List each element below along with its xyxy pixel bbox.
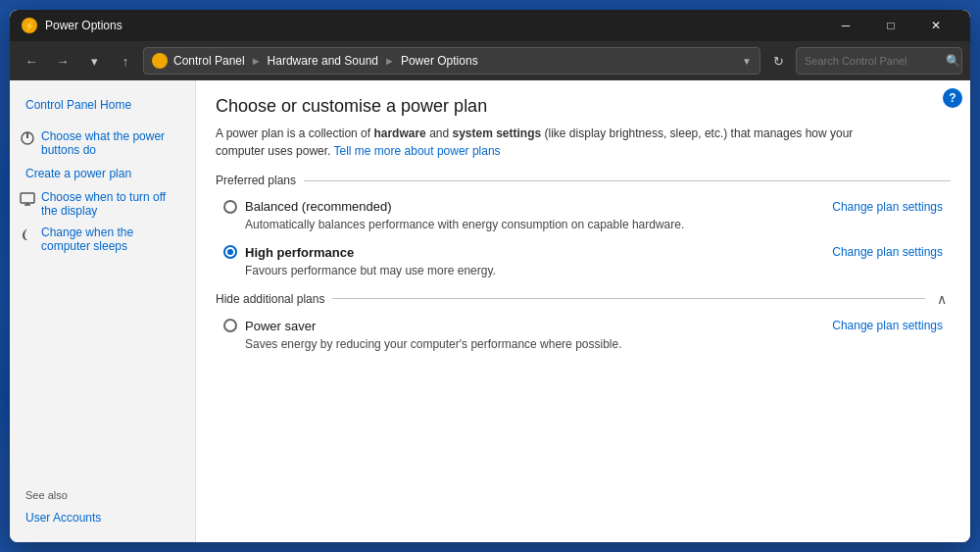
moon-icon: [20, 226, 35, 242]
page-title: Choose or customise a power plan: [216, 96, 951, 117]
sidebar-item-display-label: Choose when to turn off the display: [41, 190, 185, 218]
search-input[interactable]: [805, 55, 940, 67]
balanced-plan-desc: Automatically balances performance with …: [245, 217, 943, 233]
app-icon: ⚡: [22, 18, 37, 33]
learn-more-link[interactable]: Tell me more about power plans: [334, 144, 501, 158]
power-saver-plan-name: Power saver: [245, 319, 316, 333]
sidebar-item-power-buttons[interactable]: Choose what the power buttons do: [10, 125, 195, 161]
hide-additional-divider: [332, 298, 925, 299]
breadcrumb-part2: Hardware and Sound: [268, 54, 378, 68]
sidebar-item-sleep-label: Change when the computer sleeps: [41, 226, 185, 253]
preferred-plans-label: Preferred plans: [216, 174, 296, 187]
preferred-plans-divider: [304, 180, 951, 181]
hide-additional-section: Hide additional plans ∧: [216, 291, 951, 307]
address-dropdown-icon: ▼: [742, 56, 752, 67]
search-icon: 🔍: [946, 54, 960, 68]
power-saver-plan-header: Power saver Change plan settings: [223, 319, 943, 333]
search-box[interactable]: 🔍: [796, 47, 962, 75]
window-controls: ─ □ ✕: [823, 10, 958, 41]
page-description: A power plan is a collection of hardware…: [216, 125, 902, 160]
power-saver-plan-desc: Saves energy by reducing your computer's…: [245, 336, 943, 353]
description-text: A power plan is a collection of hardware…: [216, 126, 853, 158]
up-button[interactable]: ↑: [112, 47, 139, 75]
high-performance-plan-name: High performance: [245, 245, 354, 260]
sidebar-home-link[interactable]: Control Panel Home: [10, 92, 195, 118]
help-icon[interactable]: ?: [943, 88, 962, 108]
balanced-radio[interactable]: [223, 200, 237, 214]
high-performance-radio[interactable]: [223, 245, 237, 259]
balanced-plan-name: Balanced (recommended): [245, 199, 392, 214]
power-saver-plan: Power saver Change plan settings Saves e…: [216, 319, 951, 353]
recent-button[interactable]: ▾: [80, 47, 108, 75]
back-button[interactable]: ←: [18, 47, 45, 75]
addressbar: ← → ▾ ↑ Control Panel ► Hardware and Sou…: [10, 41, 970, 80]
sidebar: Control Panel Home Choose what the power…: [10, 80, 196, 542]
power-icon: [20, 130, 35, 146]
sidebar-item-create-plan[interactable]: Create a power plan: [10, 161, 195, 186]
forward-button[interactable]: →: [49, 47, 76, 75]
close-button[interactable]: ✕: [913, 10, 958, 41]
breadcrumb-part3: Power Options: [401, 54, 478, 68]
high-performance-plan-label: High performance: [223, 245, 354, 260]
sidebar-user-accounts-link[interactable]: User Accounts: [10, 505, 195, 530]
balanced-change-link[interactable]: Change plan settings: [832, 200, 943, 214]
high-performance-change-link[interactable]: Change plan settings: [832, 245, 943, 259]
high-performance-plan-header: High performance Change plan settings: [223, 245, 943, 260]
balanced-plan: Balanced (recommended) Change plan setti…: [216, 199, 951, 233]
hide-additional-label: Hide additional plans: [216, 292, 324, 306]
power-saver-radio[interactable]: [223, 319, 237, 332]
minimize-button[interactable]: ─: [823, 10, 868, 41]
content-area: Control Panel Home Choose what the power…: [10, 80, 970, 542]
address-box[interactable]: Control Panel ► Hardware and Sound ► Pow…: [143, 47, 760, 75]
sidebar-item-power-buttons-label: Choose what the power buttons do: [41, 129, 185, 157]
main-panel: ? Choose or customise a power plan A pow…: [196, 80, 970, 542]
power-saver-change-link[interactable]: Change plan settings: [832, 319, 943, 332]
balanced-plan-header: Balanced (recommended) Change plan setti…: [223, 199, 943, 214]
sidebar-item-sleep[interactable]: Change when the computer sleeps: [10, 222, 195, 257]
restore-button[interactable]: □: [868, 10, 913, 41]
hide-chevron-button[interactable]: ∧: [933, 291, 951, 307]
breadcrumb-part1: Control Panel: [173, 54, 245, 68]
high-performance-plan: High performance Change plan settings Fa…: [216, 245, 951, 279]
balanced-plan-label: Balanced (recommended): [223, 199, 392, 214]
refresh-button[interactable]: ↻: [764, 47, 792, 75]
see-also-label: See also: [10, 481, 195, 505]
power-saver-plan-label: Power saver: [223, 319, 316, 333]
titlebar: ⚡ Power Options ─ □ ✕: [10, 10, 970, 41]
preferred-plans-section: Preferred plans: [216, 174, 951, 187]
window-title: Power Options: [45, 19, 823, 32]
address-icon: [152, 53, 168, 69]
sidebar-item-display[interactable]: Choose when to turn off the display: [10, 186, 195, 222]
monitor-icon: [20, 191, 35, 207]
main-window: ⚡ Power Options ─ □ ✕ ← → ▾ ↑ Control Pa…: [10, 10, 970, 542]
svg-rect-2: [21, 193, 34, 203]
high-performance-plan-desc: Favours performance but may use more ene…: [245, 263, 943, 279]
